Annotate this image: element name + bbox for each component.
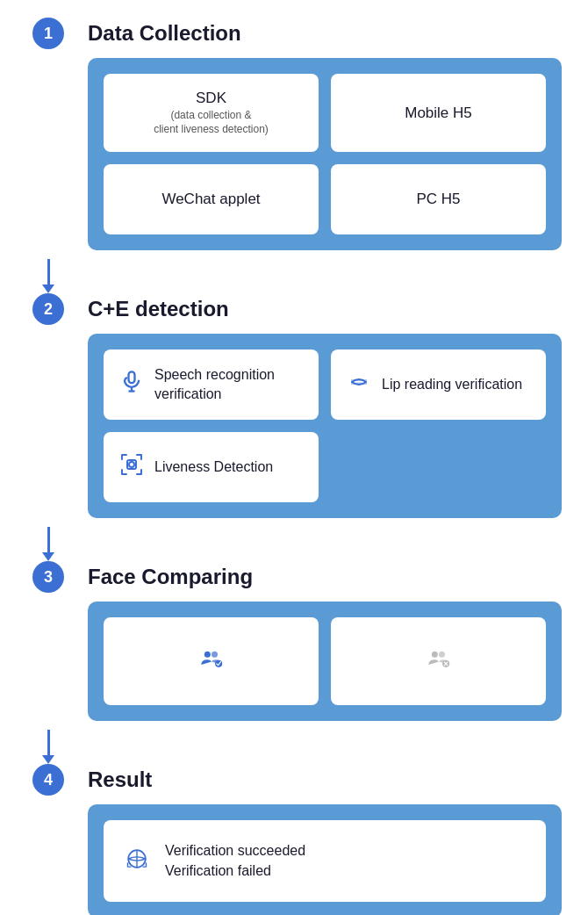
step-box-3: [88, 602, 562, 721]
pc-h5-label: PC H5: [416, 191, 460, 208]
step-left-4: 4: [26, 764, 70, 796]
wechat-label: WeChat applet: [161, 191, 260, 208]
card-face-blue[interactable]: [104, 617, 319, 705]
result-icon: [125, 847, 149, 876]
liveness-icon: [119, 452, 144, 482]
step-title-3: Face Comparing: [88, 565, 562, 589]
connector-line-2: [47, 527, 50, 553]
step-title-4: Result: [88, 767, 562, 792]
step-row-4: 4 Result: [26, 764, 562, 915]
card-liveness[interactable]: Liveness Detection: [104, 432, 319, 502]
arrow-down-2: [42, 552, 54, 561]
sdk-label: SDK: [196, 90, 226, 107]
step-content-4: Result: [70, 764, 562, 915]
step-left-3: 3: [26, 561, 70, 593]
connector-1-2: [26, 259, 562, 293]
sdk-sublabel: (data collection &client liveness detect…: [154, 109, 269, 136]
result-fail: Verification failed: [165, 861, 305, 881]
card-pc-h5[interactable]: PC H5: [331, 164, 546, 234]
step-grid-2: Speech recognition verification: [104, 349, 546, 502]
step-content-1: Data Collection SDK (data collection &cl…: [70, 18, 562, 259]
step-grid-3: [104, 617, 546, 705]
step-content-3: Face Comparing: [70, 561, 562, 730]
step-title-1: Data Collection: [88, 21, 562, 46]
step-circle-3: 3: [32, 561, 64, 593]
result-success: Verification succeeded: [165, 841, 305, 861]
connector-line-3: [47, 730, 50, 756]
result-text: Verification succeeded Verification fail…: [165, 841, 305, 881]
card-wechat[interactable]: WeChat applet: [104, 164, 319, 234]
mic-icon: [119, 370, 144, 400]
step-circle-1: 1: [32, 18, 64, 49]
step-box-4: Verification succeeded Verification fail…: [88, 804, 562, 915]
face-blue-icon: [199, 646, 224, 676]
connector-3-4: [26, 730, 562, 764]
flow-container: 1 Data Collection SDK (data collection &…: [26, 18, 562, 915]
card-mobile-h5[interactable]: Mobile H5: [331, 74, 546, 152]
arrow-down-3: [42, 755, 54, 764]
card-speech[interactable]: Speech recognition verification: [104, 349, 319, 420]
step-grid-1: SDK (data collection &client liveness de…: [104, 74, 546, 234]
step-title-2: C+E detection: [88, 297, 562, 321]
step-content-2: C+E detection: [70, 293, 562, 527]
card-face-gray[interactable]: [331, 617, 546, 705]
lip-label: Lip reading verification: [382, 375, 522, 394]
speech-label: Speech recognition verification: [154, 365, 303, 405]
card-sdk[interactable]: SDK (data collection &client liveness de…: [104, 74, 319, 152]
arrow-down: [42, 285, 54, 293]
face-gray-icon: [427, 646, 451, 676]
svg-point-7: [204, 652, 210, 658]
step-box-1: SDK (data collection &client liveness de…: [88, 58, 562, 250]
step-row-3: 3 Face Comparing: [26, 561, 562, 730]
mobile-h5-label: Mobile H5: [405, 104, 472, 122]
svg-point-11: [439, 652, 445, 658]
step-circle-2: 2: [32, 293, 64, 325]
step-row-2: 2 C+E detection: [26, 293, 562, 527]
step-row-1: 1 Data Collection SDK (data collection &…: [26, 18, 562, 259]
card-lip[interactable]: Lip reading verification: [331, 349, 546, 420]
svg-point-6: [129, 462, 134, 467]
step-left-2: 2: [26, 293, 70, 325]
svg-rect-0: [129, 372, 135, 384]
lip-icon: [347, 370, 371, 400]
step-left-1: 1: [26, 18, 70, 49]
connector-line: [47, 259, 50, 285]
svg-point-8: [212, 652, 218, 658]
card-result[interactable]: Verification succeeded Verification fail…: [104, 820, 546, 902]
connector-2-3: [26, 527, 562, 561]
liveness-label: Liveness Detection: [154, 458, 273, 477]
svg-point-10: [431, 652, 437, 658]
step-box-2: Speech recognition verification: [88, 334, 562, 518]
step-circle-4: 4: [32, 764, 64, 796]
